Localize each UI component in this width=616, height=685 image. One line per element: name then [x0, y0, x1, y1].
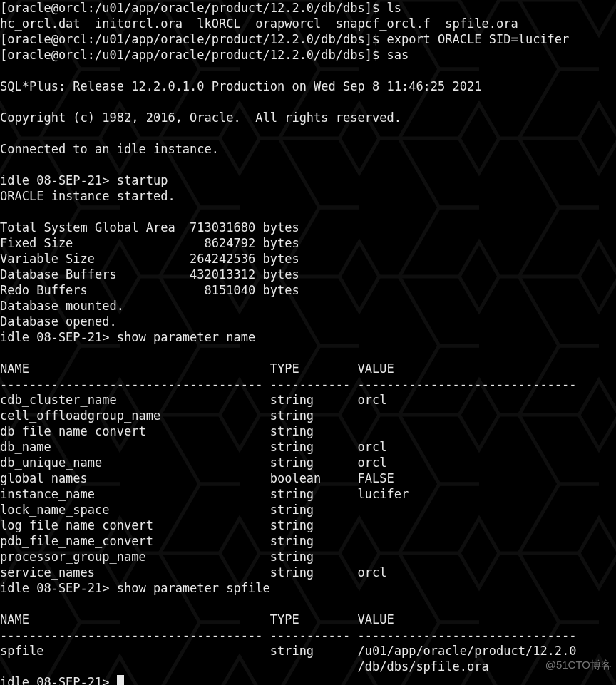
terminal-output[interactable]: [oracle@orcl:/u01/app/oracle/product/12.… [0, 0, 616, 685]
cursor [117, 675, 124, 685]
